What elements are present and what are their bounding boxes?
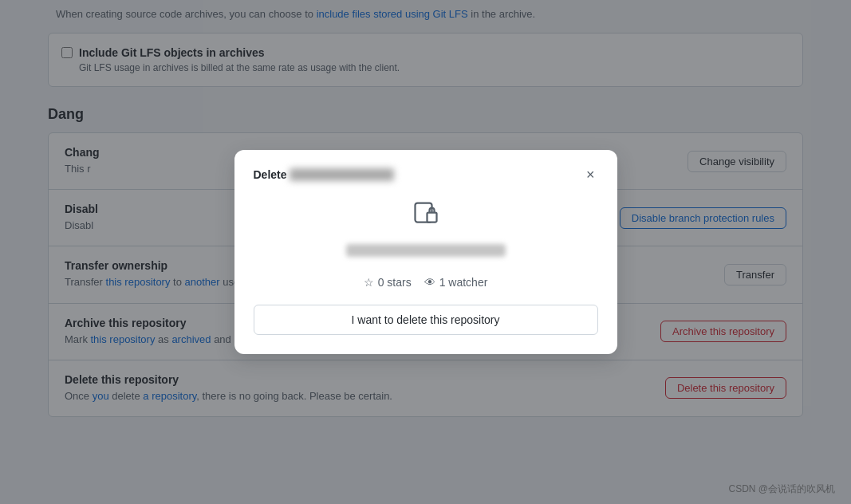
modal-close-button[interactable]: × [583, 166, 598, 183]
modal-overlay: Delete repo/name/blurred × ☆ [0, 0, 851, 504]
modal-body: ☆ 0 stars 👁 1 watcher I want to delete t… [254, 199, 598, 335]
repo-stats: ☆ 0 stars 👁 1 watcher [254, 276, 598, 289]
svg-rect-1 [427, 213, 436, 222]
watchers-stat: 👁 1 watcher [424, 276, 488, 289]
delete-confirm-button[interactable]: I want to delete this repository [254, 305, 598, 335]
eye-icon: 👁 [424, 276, 435, 289]
delete-modal: Delete repo/name/blurred × ☆ [234, 150, 617, 354]
stars-stat: ☆ 0 stars [364, 276, 412, 289]
modal-title: Delete repo/name/blurred [254, 168, 395, 181]
modal-header: Delete repo/name/blurred × [254, 166, 598, 183]
repo-lock-icon [254, 199, 598, 234]
repo-name-blurred [346, 244, 506, 257]
star-icon: ☆ [364, 276, 374, 289]
modal-title-blurred: repo/name/blurred [290, 168, 394, 181]
